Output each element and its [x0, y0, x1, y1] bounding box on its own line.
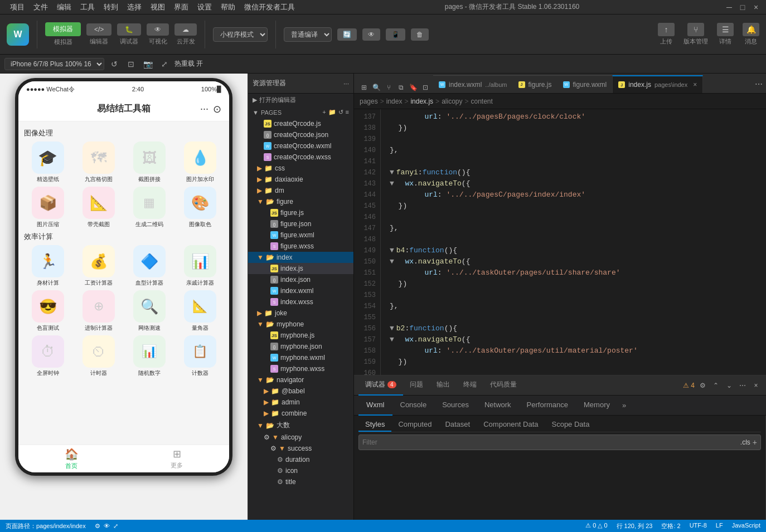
pages-section[interactable]: ▼ PAGES + 📁 ↺ ≡ [248, 106, 353, 118]
list-item[interactable]: 🗺 九宫格切图 [75, 141, 122, 183]
opened-editors-section[interactable]: ▶ 打开的编辑器 [248, 94, 353, 106]
tab-figure-wxml[interactable]: W figure.wxml [557, 75, 613, 93]
folder-alicopy[interactable]: ⚙ ▼ alicopy [248, 432, 353, 443]
more-debug-icon[interactable]: ⋯ [737, 380, 748, 391]
debug-tab-issues[interactable]: 问题 [403, 375, 430, 396]
styles-tab-dataset[interactable]: Dataset [438, 418, 477, 432]
version-mgr-icon[interactable]: ⑂ [687, 23, 704, 36]
close-button[interactable]: × [752, 3, 760, 12]
simulator-button[interactable]: 模拟器 [45, 22, 81, 36]
file-item[interactable]: {} createQrcode.json [248, 129, 353, 140]
tab-more-options[interactable]: ⋯ [752, 75, 766, 93]
minimize-button[interactable]: ─ [725, 3, 734, 12]
add-rule-icon[interactable]: + [753, 438, 757, 447]
stop-icon[interactable]: ⊡ [124, 57, 138, 71]
scan-icon[interactable]: ⊙ [213, 103, 221, 115]
subtab-sources[interactable]: Sources [434, 396, 477, 416]
file-item[interactable]: {} figure.json [248, 218, 353, 230]
collapse-icon[interactable]: ≡ [346, 109, 349, 116]
list-item[interactable]: 🎓 精选壁纸 [24, 141, 71, 183]
notify-icon[interactable]: 🔔 [743, 23, 759, 36]
visual-button[interactable]: 👁 [147, 23, 169, 36]
folder-figure[interactable]: ▼ 📂 figure [248, 196, 353, 207]
file-item[interactable]: W figure.wxml [248, 230, 353, 241]
refresh-tree-icon[interactable]: ↺ [338, 109, 343, 116]
file-item[interactable]: S myphone.wxss [248, 363, 353, 374]
debug-tab-debugger[interactable]: 调试器 4 [358, 375, 403, 396]
menu-item-select[interactable]: 选择 [123, 0, 146, 14]
folder-daxiaoxie[interactable]: ▶ 📁 daxiaoxie [248, 174, 353, 185]
fullscreen-icon[interactable]: ⤢ [158, 57, 171, 71]
file-item[interactable]: {} myphone.json [248, 341, 353, 352]
folder-joke[interactable]: ▶ 📁 joke [248, 308, 353, 319]
menu-item-project[interactable]: 项目 [6, 0, 29, 14]
file-item[interactable]: W myphone.wxml [248, 352, 353, 363]
menu-item-edit[interactable]: 编辑 [52, 0, 76, 14]
upload-icon[interactable]: ↑ [658, 23, 675, 36]
list-item[interactable]: 🎨 图像取色 [176, 187, 224, 228]
list-item[interactable]: ⏲ 计时器 [75, 335, 122, 377]
git-icon[interactable]: ⑂ [383, 82, 394, 93]
menu-item-settings[interactable]: 设置 [193, 0, 216, 14]
tab-home[interactable]: 🏠 首页 [65, 447, 79, 470]
prop-icon[interactable]: ⚙ icon [248, 465, 353, 476]
preview-status-icon[interactable]: 👁 [104, 523, 110, 529]
folder-admin[interactable]: ▶ 📁 admin [248, 397, 353, 408]
translate-select[interactable]: 普通编译 [284, 27, 332, 42]
debug-tab-quality[interactable]: 代码质量 [483, 375, 523, 396]
list-item[interactable]: 😎 色盲测试 [24, 290, 71, 332]
folder-myphone[interactable]: ▼ 📂 myphone [248, 319, 353, 330]
editor-button[interactable]: </> [86, 23, 111, 36]
list-item[interactable]: 📦 图片压缩 [24, 187, 71, 228]
list-item[interactable]: 💧 图片加水印 [176, 141, 224, 183]
compile-button[interactable]: 🔄 [337, 28, 357, 41]
subtab-wxml[interactable]: Wxml [358, 396, 392, 416]
subtab-memory[interactable]: Memory [576, 396, 618, 416]
list-item[interactable]: ⊕ 进制计算器 [75, 290, 122, 332]
file-item[interactable]: W createQrcode.wxml [248, 140, 353, 152]
menu-item-view[interactable]: 视图 [146, 0, 169, 14]
breadcrumb-index-folder[interactable]: index [386, 97, 403, 105]
debug-tab-terminal[interactable]: 终端 [457, 375, 483, 396]
list-item[interactable]: 🔍 网络测速 [125, 290, 173, 332]
tab-more[interactable]: ⊞ 更多 [171, 448, 183, 470]
debug-button[interactable]: 🐛 [117, 23, 141, 36]
clear-cache-button[interactable]: 🗑 [411, 28, 429, 41]
subtab-network[interactable]: Network [477, 396, 519, 416]
file-item[interactable]: W index.wxml [248, 285, 353, 296]
styles-tab-computed[interactable]: Computed [391, 418, 438, 432]
more-icon[interactable]: ··· [200, 103, 209, 115]
capture-icon[interactable]: 📷 [141, 57, 154, 71]
filter-input[interactable] [362, 438, 738, 446]
styles-tab-component[interactable]: Component Data [477, 418, 545, 432]
menu-item-interface[interactable]: 界面 [169, 0, 193, 14]
subtab-more[interactable]: » [618, 396, 631, 416]
list-item[interactable]: ⏱ 全屏时钟 [24, 335, 71, 377]
add-folder-icon[interactable]: 📁 [328, 109, 336, 116]
detail-icon[interactable]: ☰ [717, 23, 734, 36]
list-item[interactable]: ▦ 生成二维码 [125, 187, 173, 228]
styles-tab-styles[interactable]: Styles [358, 418, 391, 432]
file-item[interactable]: JS figure.js [248, 207, 353, 218]
file-item-indexjs[interactable]: JS index.js [248, 263, 353, 274]
file-item[interactable]: JS createQrcode.js [248, 118, 353, 129]
refresh-icon[interactable]: ↺ [108, 57, 121, 71]
file-item[interactable]: S figure.wxss [248, 241, 353, 252]
list-item[interactable]: 🖼 截图拼接 [125, 141, 173, 183]
preview-button[interactable]: 👁 [362, 28, 380, 41]
file-item[interactable]: S createQrcode.wxss [248, 152, 353, 163]
subtab-performance[interactable]: Performance [519, 396, 576, 416]
maximize-button[interactable]: □ [738, 3, 747, 12]
menu-item-goto[interactable]: 转到 [99, 0, 123, 14]
file-item[interactable]: JS myphone.js [248, 330, 353, 341]
device-select[interactable]: iPhone 6/7/8 Plus 100% 16 [4, 58, 104, 70]
folder-babel[interactable]: ▶ 📁 @babel [248, 385, 353, 397]
folder-css[interactable]: ▶ 📁 css [248, 163, 353, 174]
expand-status-icon[interactable]: ⤢ [113, 523, 118, 530]
menu-item-help[interactable]: 帮助 [216, 0, 240, 14]
hot-reload-label[interactable]: 热重载 开 [174, 59, 203, 69]
settings-status-icon[interactable]: ⚙ [95, 523, 100, 530]
folder-dm[interactable]: ▶ 📁 dm [248, 185, 353, 196]
add-file-icon[interactable]: + [322, 109, 326, 116]
collapse-debug-icon[interactable]: ⌄ [724, 380, 735, 391]
